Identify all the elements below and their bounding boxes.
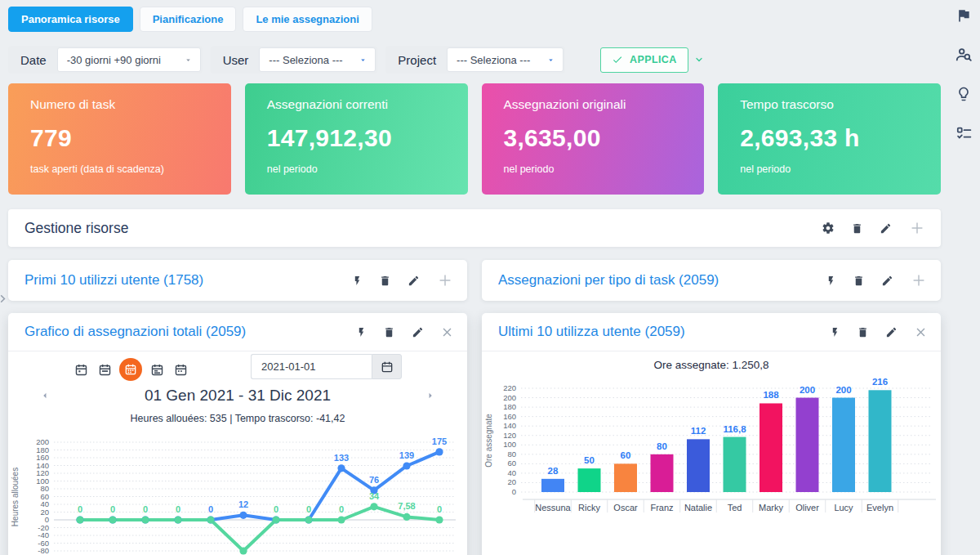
chart-date-input[interactable]	[251, 354, 372, 379]
chart-date-picker-button[interactable]	[372, 354, 402, 379]
plus-icon	[908, 219, 926, 237]
bar[interactable]	[796, 398, 819, 492]
calendar-day-button[interactable]	[72, 360, 90, 378]
bar[interactable]	[724, 437, 746, 492]
data-point[interactable]	[435, 448, 443, 455]
svg-text:216: 216	[872, 377, 888, 387]
add-button[interactable]	[910, 271, 928, 289]
svg-text:0: 0	[208, 504, 213, 514]
trash-icon	[853, 275, 865, 287]
chevron-down-icon	[694, 55, 704, 65]
svg-text:7,58: 7,58	[398, 501, 415, 511]
flag-button[interactable]	[954, 6, 973, 25]
user-search-icon	[955, 46, 973, 64]
tab-pianificazione[interactable]: Pianificazione	[140, 7, 237, 32]
drawer-expand-handle[interactable]	[0, 293, 9, 307]
pencil-icon	[412, 326, 424, 338]
stat-cards-row: Numero di task 779 task aperti (data di …	[8, 83, 941, 195]
bar[interactable]	[869, 390, 892, 492]
bar[interactable]	[687, 439, 710, 492]
settings-button[interactable]	[822, 222, 835, 235]
data-point[interactable]	[76, 516, 83, 523]
edit-button[interactable]	[412, 326, 424, 338]
apply-options-chevron[interactable]	[693, 53, 706, 66]
apply-button[interactable]: APPLICA	[600, 47, 688, 73]
add-widget-button[interactable]	[908, 219, 926, 237]
data-point[interactable]	[239, 547, 247, 554]
lightbulb-button[interactable]	[954, 84, 973, 104]
bar-chart: 020406080100120140160180200220Ore assegn…	[482, 372, 941, 544]
edit-button[interactable]	[408, 275, 420, 287]
bolt-button[interactable]	[826, 275, 836, 286]
tab-panoramica-risorse[interactable]: Panoramica risorse	[8, 7, 133, 32]
svg-text:Oliver: Oliver	[795, 503, 819, 512]
svg-text:175: 175	[432, 436, 447, 446]
bar[interactable]	[541, 479, 564, 492]
checklist-button[interactable]	[954, 123, 973, 143]
project-filter-select[interactable]: --- Seleziona ---	[447, 47, 564, 72]
svg-text:0: 0	[143, 504, 148, 514]
floating-toolbar	[954, 6, 973, 143]
chart-date-group	[251, 354, 402, 379]
delete-button[interactable]	[851, 222, 863, 235]
data-point[interactable]	[403, 462, 410, 469]
svg-text:50: 50	[584, 455, 595, 465]
bar[interactable]	[651, 454, 674, 492]
calendar-month-button[interactable]	[119, 358, 142, 381]
prev-period-button[interactable]	[39, 390, 51, 401]
svg-text:188: 188	[763, 390, 779, 400]
edit-button[interactable]	[885, 326, 898, 338]
bar[interactable]	[578, 468, 601, 492]
date-filter-select[interactable]: -30 giorni +90 giorni	[57, 47, 201, 72]
svg-text:220: 220	[503, 383, 516, 392]
data-point[interactable]	[435, 516, 443, 523]
data-point[interactable]	[305, 516, 312, 523]
calendar-quarter-button[interactable]	[148, 360, 166, 378]
bar[interactable]	[760, 403, 782, 492]
user-filter-select[interactable]: --- Seleziona ---	[259, 47, 376, 72]
data-point[interactable]	[109, 516, 116, 523]
pencil-icon	[881, 275, 893, 287]
tab-le-mie-assegnazioni[interactable]: Le mie assegnazioni	[243, 7, 372, 32]
svg-text:76: 76	[369, 475, 379, 485]
period-range-subtitle: Heures allouées: 535 | Tempo trascorso: …	[8, 413, 467, 424]
data-point[interactable]	[239, 512, 247, 519]
add-button[interactable]	[436, 271, 454, 289]
data-point[interactable]	[370, 503, 377, 510]
delete-button[interactable]	[383, 326, 395, 338]
calendar-week-button[interactable]	[96, 360, 114, 378]
next-period-button[interactable]	[425, 390, 436, 401]
svg-text:80: 80	[657, 441, 667, 451]
trash-icon	[379, 275, 391, 287]
widget-actions	[830, 325, 928, 339]
data-point[interactable]	[141, 516, 149, 523]
bar-chart-title: Ore assegnate: 1.250,8	[482, 359, 941, 371]
edit-button[interactable]	[880, 222, 892, 235]
edit-button[interactable]	[881, 275, 893, 287]
data-point[interactable]	[174, 516, 181, 523]
chevron-right-icon	[0, 293, 9, 305]
delete-button[interactable]	[857, 326, 869, 338]
data-point[interactable]	[337, 516, 345, 523]
svg-text:0: 0	[110, 504, 115, 514]
delete-button[interactable]	[379, 275, 391, 287]
close-widget-button[interactable]	[440, 325, 454, 339]
user-search-button[interactable]	[954, 45, 973, 65]
bolt-button[interactable]	[352, 275, 363, 286]
bolt-button[interactable]	[356, 327, 367, 338]
data-point[interactable]	[207, 516, 214, 523]
bar[interactable]	[832, 398, 855, 492]
calendar-year-button[interactable]	[172, 360, 189, 378]
checklist-icon	[956, 125, 973, 142]
data-point[interactable]	[272, 516, 279, 523]
data-point[interactable]	[337, 464, 345, 472]
bar[interactable]	[614, 463, 637, 492]
svg-text:Franz: Franz	[650, 503, 673, 512]
delete-button[interactable]	[853, 275, 865, 287]
bolt-button[interactable]	[830, 327, 840, 338]
close-widget-button[interactable]	[914, 325, 928, 339]
stat-card-title: Numero di task	[30, 97, 209, 112]
svg-text:Lucy: Lucy	[834, 503, 853, 512]
stat-card-value: 147,912,30	[267, 124, 446, 152]
data-point[interactable]	[403, 513, 410, 521]
